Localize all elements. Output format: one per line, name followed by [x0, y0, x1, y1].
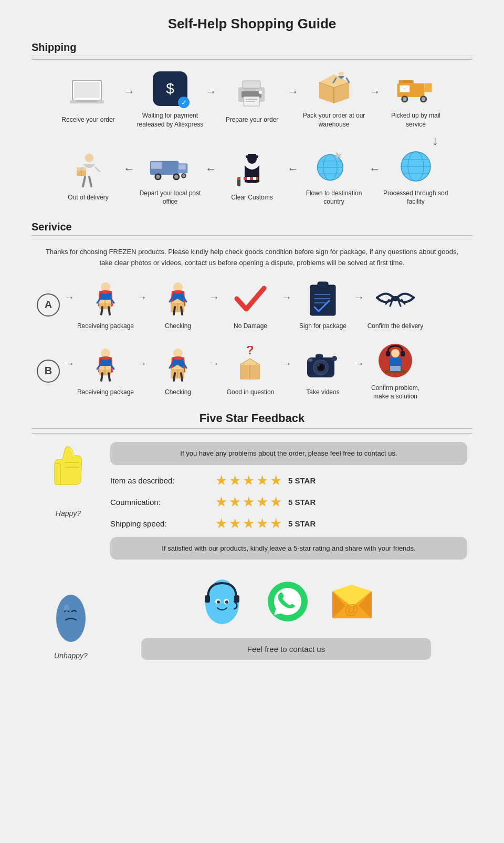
rating-label-0: Item as described: [110, 476, 215, 485]
shipping-flow: Receive your order → $ ✓ Waiting for pay… [32, 70, 472, 210]
svg-rect-52 [253, 177, 256, 180]
proc-label-a-confirm: Confirm the delivery [368, 322, 424, 331]
whatsapp-icon [267, 581, 309, 623]
svg-rect-121 [55, 463, 60, 485]
svg-line-31 [83, 177, 85, 186]
process-b-row: B → [32, 341, 472, 402]
proc-item-a-check: Checking [149, 279, 207, 331]
svg-line-34 [96, 167, 100, 172]
big-truck-icon [149, 148, 191, 185]
flow-item-payment: $ ✓ Waiting for payment realeased by Ali… [136, 70, 204, 129]
stars-2: ★ ★ ★ ★ ★ [215, 515, 282, 532]
flow-item-pack: Pack your order at our warehouse [300, 70, 368, 129]
svg-point-125 [64, 604, 69, 612]
star-2-2: ★ [229, 515, 241, 532]
flow-label-pickup: Picked up by mail service [382, 111, 450, 129]
svg-point-113 [332, 356, 337, 361]
star-0-1: ★ [215, 472, 227, 489]
arrow-1: → [123, 85, 135, 99]
star-1-4: ★ [256, 494, 268, 510]
flow-item-depart: Depart your local post office [136, 148, 204, 207]
proc-arrow-b2: → [209, 357, 219, 370]
hero-package-b-icon [85, 345, 127, 385]
star-1-2: ★ [229, 494, 241, 510]
flow-label-sort: Processed through sort facility [382, 189, 450, 207]
stars-1: ★ ★ ★ ★ ★ [215, 494, 282, 510]
arrow-4: → [369, 85, 381, 99]
proc-label-a-receive: Receiveing package [77, 322, 134, 331]
payment-icon: $ ✓ [149, 70, 191, 107]
proc-label-b-question: Good in question [227, 388, 275, 397]
arrow-2: → [205, 85, 217, 99]
thumbs-up-icon [42, 442, 94, 505]
proc-item-b-check: Checking [149, 345, 207, 397]
proc-label-b-confirm: Confirm problem, make a solution [366, 384, 424, 402]
shipping-header: Shipping [32, 41, 472, 56]
customs-icon [231, 152, 273, 189]
support-icon [374, 341, 416, 381]
svg-point-24 [403, 97, 407, 101]
svg-point-16 [339, 72, 344, 76]
proc-arrow-b4: → [354, 357, 364, 370]
hero-check-b-icon [157, 345, 199, 385]
down-arrow: ↓ [432, 133, 438, 148]
svg-point-44 [182, 174, 185, 177]
arrow-7: ← [287, 162, 299, 176]
flow-item-customs: Clear Customs [218, 152, 286, 202]
flow-label-pack: Pack your order at our warehouse [300, 111, 368, 129]
svg-rect-78 [310, 285, 335, 315]
proc-item-a-confirm: Confirm the delivery [366, 279, 424, 331]
svg-point-110 [318, 364, 320, 366]
star-2-5: ★ [270, 515, 282, 532]
svg-point-10 [259, 91, 262, 94]
svg-point-130 [217, 600, 220, 604]
box-icon [313, 70, 355, 107]
svg-line-70 [109, 307, 110, 314]
clipboard-icon [302, 279, 344, 319]
proc-item-b-video: Take videos [294, 345, 352, 397]
star-0-3: ★ [243, 472, 255, 489]
svg-line-69 [101, 307, 102, 314]
svg-rect-132 [205, 595, 210, 603]
proc-item-b-receive: Receiveing package [77, 345, 134, 397]
svg-line-32 [89, 177, 91, 186]
handshake-icon [374, 279, 416, 319]
down-arrow-container: ↓ [32, 133, 472, 148]
flow-label-receive: Receive your order [61, 115, 114, 124]
svg-rect-38 [178, 164, 185, 169]
flow-item-receive: Receive your order [54, 75, 122, 124]
flow-label-flown: Flown to destination country [300, 189, 368, 207]
proc-arrow-b1: → [136, 357, 147, 370]
svg-point-115 [391, 349, 400, 357]
svg-rect-1 [74, 82, 100, 98]
service-header: Serivice [32, 221, 472, 236]
proc-label-b-receive: Receiveing package [77, 388, 134, 397]
proc-arrow-a3: → [281, 291, 292, 303]
svg-text:?: ? [246, 346, 254, 357]
proc-item-b-confirm: Confirm problem, make a solution [366, 341, 424, 402]
proc-label-a-check: Checking [165, 322, 191, 331]
five-star-section: Five Star Feedback Happy? [32, 412, 472, 660]
flow-item-flown: Flown to destination country [300, 148, 368, 207]
mail-truck-icon [395, 70, 437, 107]
service-section: Serivice Thanks for choosing FREZEN prod… [32, 221, 472, 401]
bubble-top: If you have any problems about the order… [110, 442, 467, 465]
unhappy-left: Unhappy? [37, 589, 105, 660]
svg-rect-112 [308, 359, 312, 362]
flow-label-prepare: Prepare your order [226, 115, 279, 124]
svg-rect-8 [246, 99, 257, 100]
star-2-1: ★ [215, 515, 227, 532]
svg-rect-50 [240, 177, 244, 180]
service-note: Thanks for choosing FREZEN products. Ple… [32, 247, 472, 269]
proc-label-a-nodamage: No Damage [234, 322, 267, 331]
contact-bubble: Feel free to contact us [141, 638, 431, 660]
rating-label-2: Shipping speed: [110, 519, 215, 528]
svg-rect-79 [318, 282, 328, 288]
unhappy-section: Unhappy? [32, 575, 472, 660]
svg-text:@: @ [344, 601, 359, 617]
svg-rect-120 [390, 366, 401, 371]
proc-arrow-b0: → [64, 357, 75, 370]
shipping-row-1: Receive your order → $ ✓ Waiting for pay… [32, 70, 472, 129]
check-mark-icon [229, 279, 271, 319]
proc-item-a-sign: Sign for package [294, 279, 352, 331]
